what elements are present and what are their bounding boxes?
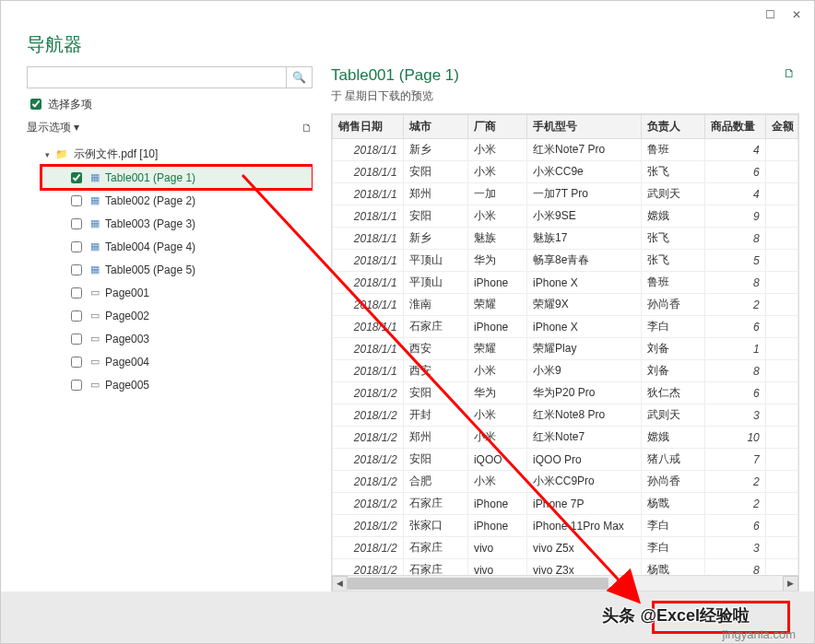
- table-cell: 小米9SE: [527, 205, 642, 228]
- body: 🔍 选择多项 显示选项 ▾ 🗋 ▾ 📁 示例文件.pdf [10] ▦T: [1, 66, 814, 591]
- tree-item-checkbox[interactable]: [71, 241, 82, 252]
- table-row[interactable]: 2018/1/2安阳华为华为P20 Pro狄仁杰6: [333, 382, 798, 404]
- table-cell: [765, 559, 797, 576]
- table-row[interactable]: 2018/1/1石家庄iPhoneiPhone X李白6: [333, 316, 798, 338]
- table-cell: 平顶山: [403, 250, 467, 272]
- table-row[interactable]: 2018/1/1西安荣耀荣耀Play刘备1: [333, 338, 798, 360]
- page-icon: ▭: [90, 333, 100, 345]
- table-row[interactable]: 2018/1/1安阳小米小米CC9e张飞6: [333, 161, 798, 183]
- table-row[interactable]: 2018/1/2石家庄vivovivo Z3x杨戬8: [333, 559, 798, 576]
- column-header[interactable]: 金额: [765, 115, 797, 139]
- display-options-link[interactable]: 显示选项 ▾: [27, 120, 79, 135]
- table-cell: 2018/1/2: [333, 404, 404, 427]
- table-cell: 鲁班: [642, 272, 704, 294]
- preview-subtitle: 于 星期日下载的预览: [331, 88, 459, 104]
- table-row[interactable]: 2018/1/2石家庄iPhoneiPhone 7P杨戬2: [333, 493, 798, 515]
- scroll-left-icon[interactable]: ◀: [332, 576, 348, 591]
- table-cell: 武则天: [642, 183, 704, 205]
- search-icon: 🔍: [292, 71, 306, 84]
- tree-root[interactable]: ▾ 📁 示例文件.pdf [10]: [41, 143, 313, 166]
- table-cell: 嫦娥: [642, 205, 704, 228]
- close-icon[interactable]: ✕: [792, 8, 801, 21]
- table-cell: 魅族: [467, 228, 526, 250]
- scroll-track[interactable]: [348, 576, 783, 591]
- tree-item-label: Page003: [105, 333, 149, 345]
- table-row[interactable]: 2018/1/1新乡小米红米Note7 Pro鲁班4: [333, 139, 798, 161]
- table-row[interactable]: 2018/1/1平顶山华为畅享8e青春张飞5: [333, 250, 798, 272]
- select-multi-checkbox[interactable]: [30, 99, 41, 110]
- table-icon: ▦: [90, 240, 100, 252]
- table-cell: 2018/1/2: [333, 559, 404, 576]
- refresh-icon[interactable]: 🗋: [301, 122, 313, 135]
- table-cell: 6: [704, 382, 765, 404]
- tree-item[interactable]: ▭Page001: [41, 281, 313, 304]
- tree-item-checkbox[interactable]: [71, 172, 82, 183]
- table-row[interactable]: 2018/1/1安阳小米小米9SE嫦娥9: [333, 205, 798, 228]
- table-cell: 2018/1/1: [333, 250, 404, 272]
- maximize-icon[interactable]: ☐: [765, 8, 775, 21]
- table-cell: [765, 250, 797, 272]
- table-row[interactable]: 2018/1/1淮南荣耀荣耀9X孙尚香2: [333, 294, 798, 316]
- table-row[interactable]: 2018/1/1西安小米小米9刘备8: [333, 360, 798, 382]
- table-row[interactable]: 2018/1/2安阳iQOOiQOO Pro猪八戒7: [333, 449, 798, 471]
- scroll-right-icon[interactable]: ▶: [783, 576, 798, 591]
- column-header[interactable]: 手机型号: [527, 115, 642, 139]
- table-cell: vivo: [467, 537, 526, 559]
- table-cell: iPhone: [467, 316, 526, 338]
- table-cell: 8: [704, 272, 765, 294]
- select-multi-row[interactable]: 选择多项: [27, 96, 313, 112]
- tree-item-checkbox[interactable]: [71, 357, 82, 368]
- table-cell: 10: [704, 427, 765, 449]
- table-cell: 石家庄: [403, 537, 467, 559]
- table-cell: 安阳: [403, 449, 467, 471]
- tree-item[interactable]: ▭Page003: [41, 327, 313, 350]
- table-cell: 2018/1/2: [333, 449, 404, 471]
- tree-item-label: Page001: [105, 287, 149, 299]
- table-row[interactable]: 2018/1/2开封小米红米Note8 Pro武则天3: [333, 404, 798, 427]
- column-header[interactable]: 销售日期: [333, 115, 404, 139]
- folder-icon: 📁: [55, 148, 68, 160]
- collapse-icon[interactable]: ▾: [45, 150, 50, 159]
- table-row[interactable]: 2018/1/1平顶山iPhoneiPhone X鲁班8: [333, 272, 798, 294]
- table-body: 2018/1/1新乡小米红米Note7 Pro鲁班42018/1/1安阳小米小米…: [333, 139, 798, 576]
- table-cell: 石家庄: [403, 559, 467, 576]
- column-header[interactable]: 城市: [403, 115, 467, 139]
- table-row[interactable]: 2018/1/2张家口iPhoneiPhone 11Pro Max李白6: [333, 515, 798, 537]
- table-cell: iPhone 7P: [527, 493, 642, 515]
- table-cell: 华为: [467, 250, 526, 272]
- tree-item[interactable]: ▭Page002: [41, 304, 313, 327]
- preview-refresh-icon[interactable]: 🗋: [784, 66, 796, 80]
- table-cell: 畅享8e青春: [527, 250, 642, 272]
- tree-item-checkbox[interactable]: [71, 287, 82, 299]
- tree-item-checkbox[interactable]: [71, 380, 82, 391]
- tree-item-checkbox[interactable]: [71, 195, 82, 206]
- table-cell: 8: [704, 360, 765, 382]
- tree-item[interactable]: ▦Table002 (Page 2): [41, 189, 313, 212]
- table-row[interactable]: 2018/1/2郑州小米红米Note7嫦娥10: [333, 427, 798, 449]
- tree-item[interactable]: ▦Table004 (Page 4): [41, 235, 313, 258]
- tree-item-checkbox[interactable]: [71, 218, 82, 229]
- tree-item[interactable]: ▦Table001 (Page 1): [41, 166, 313, 189]
- tree-item[interactable]: ▭Page004: [41, 350, 313, 373]
- column-header[interactable]: 商品数量: [704, 115, 765, 139]
- tree-item-checkbox[interactable]: [71, 334, 82, 345]
- tree-item-label: Table002 (Page 2): [105, 194, 195, 207]
- table-cell: [765, 183, 797, 205]
- column-header[interactable]: 负责人: [642, 115, 704, 139]
- tree-item[interactable]: ▦Table003 (Page 3): [41, 212, 313, 235]
- tree-item-checkbox[interactable]: [71, 264, 82, 275]
- horizontal-scrollbar[interactable]: ◀ ▶: [332, 575, 798, 591]
- table-row[interactable]: 2018/1/1新乡魅族魅族17张飞8: [333, 228, 798, 250]
- search-button[interactable]: 🔍: [287, 66, 313, 88]
- table-row[interactable]: 2018/1/1郑州一加一加7T Pro武则天4: [333, 183, 798, 205]
- table-row[interactable]: 2018/1/2合肥小米小米CC9Pro孙尚香2: [333, 471, 798, 493]
- table-row[interactable]: 2018/1/2石家庄vivovivo Z5x李白3: [333, 537, 798, 559]
- tree-item[interactable]: ▦Table005 (Page 5): [41, 258, 313, 281]
- tree-item[interactable]: ▭Page005: [41, 373, 313, 396]
- table-cell: 小米: [467, 139, 526, 161]
- tree-item-checkbox[interactable]: [71, 310, 82, 322]
- table-scroll[interactable]: 销售日期城市厂商手机型号负责人商品数量金额 2018/1/1新乡小米红米Note…: [332, 114, 798, 575]
- search-input[interactable]: [27, 66, 287, 88]
- scroll-thumb[interactable]: [348, 578, 608, 590]
- column-header[interactable]: 厂商: [467, 115, 526, 139]
